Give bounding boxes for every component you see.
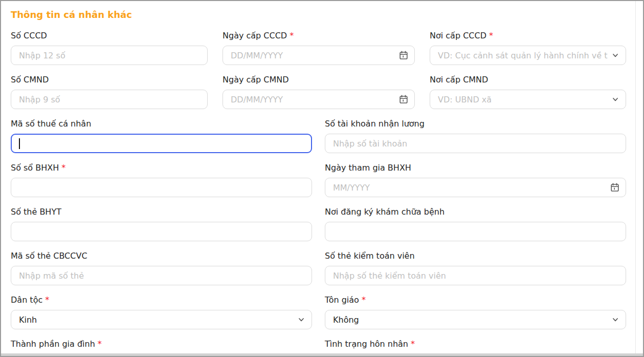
noi-cap-cccd-select[interactable]: VD: Cục cảnh sát quản lý hành chính về t…: [430, 46, 626, 65]
ngay-tham-gia-bhxh-label: Ngày tham gia BHXH: [325, 163, 411, 173]
field-noi-cap-cmnd: Nơi cấp CMND VD: UBND xã: [430, 75, 626, 109]
noi-cap-cccd-placeholder: VD: Cục cảnh sát quản lý hành chính về t…: [438, 51, 608, 60]
ma-so-the-cbccvc-label: Mã số thẻ CBCCVC: [11, 251, 87, 261]
required-asterisk: *: [362, 295, 366, 305]
horizontal-scrollbar[interactable]: [1, 353, 643, 356]
ngay-cap-cccd-label: Ngày cấp CCCD: [223, 31, 287, 41]
field-ngay-cap-cmnd: Ngày cấp CMND: [223, 75, 415, 109]
dan-toc-value: Kinh: [19, 315, 294, 325]
field-ngay-cap-cccd: Ngày cấp CCCD*: [223, 31, 415, 65]
field-tinh-trang-hon-nhan: Tình trạng hôn nhân*: [325, 339, 626, 354]
so-tai-khoan-input[interactable]: [325, 134, 626, 153]
field-so-cccd: Số CCCD: [11, 31, 208, 65]
ngay-tham-gia-bhxh-input[interactable]: [325, 178, 626, 197]
field-ma-so-thue: Mã số thuế cá nhân: [11, 119, 312, 153]
required-asterisk: *: [45, 295, 49, 305]
form-row: Số thẻ BHYT Nơi đăng ký khám chữa bệnh: [11, 207, 626, 241]
section-title: Thông tin cá nhân khác: [11, 9, 626, 20]
so-cmnd-label: Số CMND: [11, 75, 49, 85]
so-the-bhyt-input[interactable]: [11, 222, 312, 241]
chevron-down-icon: [612, 316, 619, 323]
required-asterisk: *: [489, 31, 493, 41]
form-row: Thành phần gia đình* Tình trạng hôn nhân…: [11, 339, 626, 354]
field-so-the-bhyt: Số thẻ BHYT: [11, 207, 312, 241]
calendar-icon[interactable]: [399, 51, 408, 60]
field-ma-so-the-cbccvc: Mã số thẻ CBCCVC: [11, 251, 312, 285]
noi-dang-ky-kham-label: Nơi đăng ký khám chữa bệnh: [325, 207, 445, 217]
ma-so-the-cbccvc-input[interactable]: [11, 266, 312, 285]
so-so-bhxh-input[interactable]: [11, 178, 312, 197]
dan-toc-select[interactable]: Kinh: [11, 310, 312, 329]
form-row: Mã số thẻ CBCCVC Số thẻ kiểm toán viên: [11, 251, 626, 285]
personal-info-panel: Thông tin cá nhân khác Số CCCD Ngày cấp …: [0, 0, 644, 357]
noi-cap-cccd-label: Nơi cấp CCCD: [430, 31, 486, 41]
form-row: Số CMND Ngày cấp CMND: [11, 75, 626, 109]
required-asterisk: *: [290, 31, 294, 41]
field-so-the-kiem-toan: Số thẻ kiểm toán viên: [325, 251, 626, 285]
chevron-down-icon: [612, 96, 619, 103]
form-row: Số sổ BHXH* Ngày tham gia BHXH: [11, 163, 626, 197]
noi-cap-cmnd-label: Nơi cấp CMND: [430, 75, 488, 85]
text-caret: [19, 138, 20, 149]
so-cmnd-input[interactable]: [11, 90, 208, 109]
dan-toc-label: Dân tộc: [11, 295, 42, 305]
tinh-trang-hon-nhan-label: Tình trạng hôn nhân: [325, 339, 408, 349]
so-the-kiem-toan-input[interactable]: [325, 266, 626, 285]
field-dan-toc: Dân tộc* Kinh: [11, 295, 312, 329]
noi-cap-cmnd-placeholder: VD: UBND xã: [438, 95, 608, 104]
so-cccd-input[interactable]: [11, 46, 208, 65]
ngay-cap-cccd-input[interactable]: [223, 46, 415, 65]
field-ton-giao: Tôn giáo* Không: [325, 295, 626, 329]
field-so-tai-khoan: Số tài khoản nhận lương: [325, 119, 626, 153]
noi-cap-cmnd-select[interactable]: VD: UBND xã: [430, 90, 626, 109]
ma-so-thue-label: Mã số thuế cá nhân: [11, 119, 91, 129]
required-asterisk: *: [98, 339, 102, 349]
field-so-cmnd: Số CMND: [11, 75, 208, 109]
chevron-down-icon: [298, 316, 305, 323]
field-noi-dang-ky-kham: Nơi đăng ký khám chữa bệnh: [325, 207, 626, 241]
ton-giao-select[interactable]: Không: [325, 310, 626, 329]
thanh-phan-gia-dinh-label: Thành phần gia đình: [11, 339, 95, 349]
chevron-down-icon: [612, 52, 619, 59]
field-ngay-tham-gia-bhxh: Ngày tham gia BHXH: [325, 163, 626, 197]
ngay-cap-cmnd-label: Ngày cấp CMND: [223, 75, 289, 85]
required-asterisk: *: [411, 339, 415, 349]
so-the-bhyt-label: Số thẻ BHYT: [11, 207, 61, 217]
so-the-kiem-toan-label: Số thẻ kiểm toán viên: [325, 251, 415, 261]
form-row: Số CCCD Ngày cấp CCCD*: [11, 31, 626, 65]
ton-giao-label: Tôn giáo: [325, 295, 359, 305]
form-row: Mã số thuế cá nhân Số tài khoản nhận lươ…: [11, 119, 626, 153]
ton-giao-value: Không: [333, 315, 608, 325]
field-so-so-bhxh: Số sổ BHXH*: [11, 163, 312, 197]
noi-dang-ky-kham-input[interactable]: [325, 222, 626, 241]
so-so-bhxh-label: Số sổ BHXH: [11, 163, 59, 173]
required-asterisk: *: [61, 163, 65, 173]
form-row: Dân tộc* Kinh Tôn giáo* Không: [11, 295, 626, 329]
field-noi-cap-cccd: Nơi cấp CCCD* VD: Cục cảnh sát quản lý h…: [430, 31, 626, 65]
scrollbar-gutter-divider: [635, 1, 636, 356]
field-thanh-phan-gia-dinh: Thành phần gia đình*: [11, 339, 312, 354]
ngay-cap-cmnd-input[interactable]: [223, 90, 415, 109]
calendar-icon[interactable]: [399, 95, 408, 104]
so-tai-khoan-label: Số tài khoản nhận lương: [325, 119, 425, 129]
form-content: Thông tin cá nhân khác Số CCCD Ngày cấp …: [1, 1, 643, 354]
ma-so-thue-input-focused[interactable]: [11, 134, 312, 153]
so-cccd-label: Số CCCD: [11, 31, 47, 41]
calendar-icon[interactable]: [610, 183, 619, 192]
